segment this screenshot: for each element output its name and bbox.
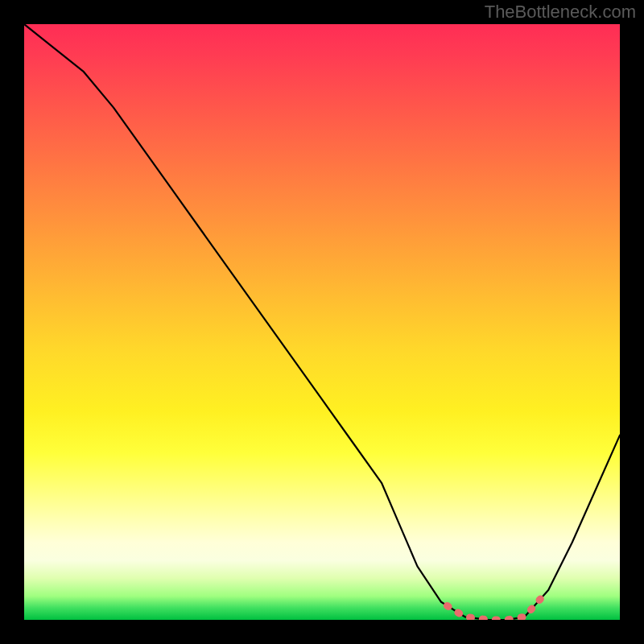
chart-curve-layer — [24, 24, 620, 620]
optimal-region-marker — [447, 597, 542, 620]
bottleneck-curve-path — [24, 24, 620, 620]
attribution-text: TheBottleneck.com — [485, 2, 636, 23]
chart-plot-area — [24, 24, 620, 620]
